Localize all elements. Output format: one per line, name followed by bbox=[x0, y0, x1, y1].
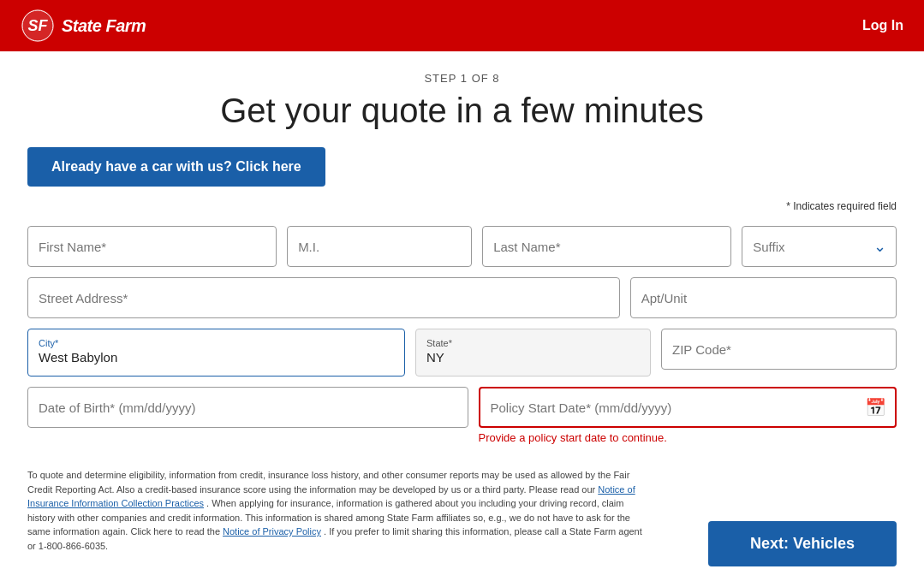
last-name-input[interactable] bbox=[482, 226, 731, 267]
street-address-input[interactable] bbox=[27, 277, 620, 318]
page-title: Get your quote in a few minutes bbox=[27, 92, 897, 130]
state-field: State* NY bbox=[415, 329, 651, 377]
city-field[interactable]: City* bbox=[27, 329, 405, 377]
next-vehicles-button[interactable]: Next: Vehicles bbox=[708, 521, 897, 566]
zip-code-input[interactable] bbox=[661, 329, 897, 370]
policy-start-date-error: Provide a policy start date to continue. bbox=[479, 431, 897, 444]
logo: SF State Farm bbox=[21, 9, 146, 43]
first-name-input[interactable] bbox=[27, 226, 277, 267]
policy-start-date-input[interactable] bbox=[479, 387, 897, 428]
bottom-row: To quote and determine eligibility, info… bbox=[27, 454, 897, 566]
statefarm-logo-icon: SF bbox=[21, 9, 55, 43]
header: SF State Farm Log In bbox=[0, 0, 924, 51]
disclaimer-text: To quote and determine eligibility, info… bbox=[27, 468, 644, 566]
suffix-select[interactable]: Suffix Jr. Sr. II III IV bbox=[742, 226, 897, 267]
privacy-policy-link[interactable]: Notice of Privacy Policy bbox=[223, 526, 321, 537]
dob-policy-row: 📅 Provide a policy start date to continu… bbox=[27, 387, 897, 444]
svg-text:SF: SF bbox=[27, 17, 48, 34]
middle-initial-input[interactable] bbox=[287, 226, 472, 267]
apt-unit-input[interactable] bbox=[630, 277, 897, 318]
dob-input[interactable] bbox=[27, 387, 468, 428]
city-label: City* bbox=[39, 338, 394, 348]
disclaimer-part1: To quote and determine eligibility, info… bbox=[27, 470, 629, 495]
city-input[interactable] bbox=[39, 350, 394, 365]
suffix-select-wrapper: Suffix Jr. Sr. II III IV ⌄ bbox=[742, 226, 897, 267]
existing-car-button[interactable]: Already have a car with us? Click here bbox=[27, 147, 325, 187]
name-row: Suffix Jr. Sr. II III IV ⌄ bbox=[27, 226, 897, 267]
city-state-zip-row: City* State* NY bbox=[27, 329, 897, 377]
statefarm-wordmark: State Farm bbox=[62, 16, 146, 36]
policy-start-wrapper: 📅 Provide a policy start date to continu… bbox=[479, 387, 897, 444]
main-content: STEP 1 OF 8 Get your quote in a few minu… bbox=[0, 51, 924, 580]
state-value: NY bbox=[426, 350, 640, 365]
step-label: STEP 1 OF 8 bbox=[27, 72, 897, 85]
address-row bbox=[27, 277, 897, 318]
state-label: State* bbox=[426, 338, 640, 348]
policy-start-date-field: 📅 bbox=[479, 387, 897, 428]
login-button[interactable]: Log In bbox=[862, 18, 903, 33]
required-note: * Indicates required field bbox=[27, 200, 897, 212]
